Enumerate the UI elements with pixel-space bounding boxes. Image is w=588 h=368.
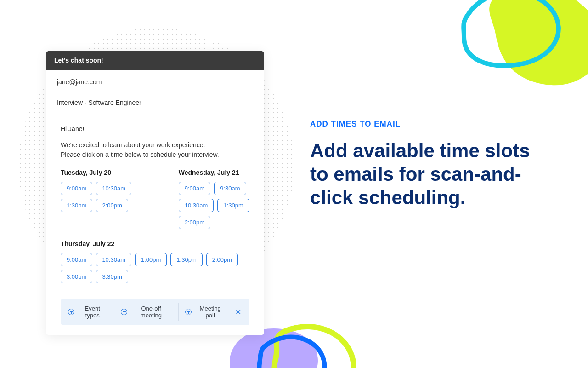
- day-block-tuesday: Tuesday, July 20 9:00am 10:30am 1:30pm 2…: [61, 169, 165, 236]
- plus-circle-icon: [185, 309, 192, 315]
- day-block-wednesday: Wednesday, July 21 9:00am 9:30am 10:30am…: [179, 169, 249, 236]
- plus-circle-icon: [68, 309, 74, 315]
- email-greeting: Hi Jane!: [61, 124, 249, 134]
- email-body-line: Please click on a time below to schedule…: [61, 150, 249, 160]
- time-slot-button[interactable]: 10:30am: [96, 182, 131, 195]
- one-off-label: One-off meeting: [130, 305, 172, 319]
- email-subject-field[interactable]: Interview - Software Engineer: [56, 92, 254, 113]
- time-slot-button[interactable]: 9:00am: [61, 253, 92, 266]
- time-slot-button[interactable]: 3:00pm: [61, 270, 92, 283]
- time-slot-button[interactable]: 1:00pm: [135, 253, 167, 266]
- time-slot-button[interactable]: 2:00pm: [96, 199, 128, 212]
- promo-copy: ADD TIMES TO EMAIL Add available time sl…: [310, 51, 531, 210]
- email-compose-card: Let's chat soon! jane@jane.com Interview…: [46, 51, 264, 335]
- time-slot-button[interactable]: 2:00pm: [179, 216, 210, 229]
- day-label: Tuesday, July 20: [61, 169, 165, 176]
- promo-headline: Add available time slots to emails for s…: [310, 139, 531, 210]
- meeting-poll-button[interactable]: Meeting poll: [179, 303, 232, 321]
- time-slot-button[interactable]: 9:30am: [214, 182, 246, 195]
- day-label: Wednesday, July 21: [179, 169, 249, 176]
- close-icon: ✕: [235, 308, 241, 316]
- time-slot-button[interactable]: 1:30pm: [170, 253, 202, 266]
- time-slot-button[interactable]: 2:00pm: [206, 253, 238, 266]
- plus-circle-icon: [121, 309, 127, 315]
- time-slot-button[interactable]: 10:30am: [179, 199, 214, 212]
- divider: [61, 290, 249, 290]
- email-body[interactable]: Hi Jane! We're excited to learn about yo…: [56, 113, 254, 164]
- email-window-title: Let's chat soon!: [46, 51, 264, 70]
- one-off-meeting-button[interactable]: One-off meeting: [114, 303, 179, 321]
- time-slot-button[interactable]: 3:30pm: [96, 270, 128, 283]
- scheduling-toolbar: Event types One-off meeting Meeting poll…: [61, 299, 249, 325]
- time-slot-button[interactable]: 1:30pm: [61, 199, 92, 212]
- time-slot-button[interactable]: 10:30am: [96, 253, 131, 266]
- time-slot-button[interactable]: 9:00am: [179, 182, 210, 195]
- promo-eyebrow: ADD TIMES TO EMAIL: [310, 120, 531, 129]
- day-block-thursday: Thursday, July 22 9:00am 10:30am 1:00pm …: [56, 236, 254, 283]
- email-to-field[interactable]: jane@jane.com: [56, 70, 254, 92]
- time-slot-button[interactable]: 1:30pm: [217, 199, 249, 212]
- email-body-line: We're excited to learn about your work e…: [61, 140, 249, 150]
- toolbar-close-button[interactable]: ✕: [232, 307, 244, 317]
- meeting-poll-label: Meeting poll: [194, 305, 226, 319]
- event-types-button[interactable]: Event types: [66, 303, 114, 321]
- day-label: Thursday, July 22: [61, 240, 249, 247]
- time-slot-button[interactable]: 9:00am: [61, 182, 92, 195]
- event-types-label: Event types: [77, 305, 107, 319]
